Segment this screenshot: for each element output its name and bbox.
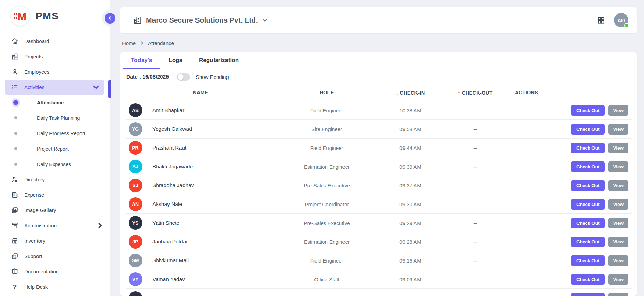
avatar-initials: YS xyxy=(132,220,139,226)
name-cell: SM Shivkumar Mali xyxy=(126,254,276,267)
header-name[interactable]: NAME xyxy=(126,90,276,95)
view-button[interactable]: View xyxy=(608,105,628,116)
show-pending-toggle[interactable] xyxy=(177,73,190,81)
view-button[interactable]: View xyxy=(608,255,628,266)
sidebar-item-documentation[interactable]: Documentation xyxy=(0,264,110,279)
check-out-button[interactable]: Check Out xyxy=(571,105,605,116)
tab-regularization[interactable]: Regularization xyxy=(191,52,247,69)
check-out-time: -- xyxy=(443,239,508,245)
sidebar-subitem-daily-expenses[interactable]: Daily Expenses xyxy=(0,156,110,172)
check-out-button[interactable]: Check Out xyxy=(571,143,605,153)
building-icon xyxy=(133,16,142,25)
employee-role: Estimation Engineer xyxy=(276,239,378,245)
table-row: AB Amit Bhapkar Field Engineer 10:38 AM … xyxy=(126,101,632,119)
check-out-button[interactable]: Check Out xyxy=(571,237,605,247)
view-button[interactable]: View xyxy=(608,161,628,172)
employee-name: Shraddha Jadhav xyxy=(152,182,194,188)
attendance-card: Today's Logs Regularization Date : 16/08… xyxy=(120,52,637,296)
breadcrumb-current: Attendance xyxy=(148,40,174,46)
sidebar-subitem-label: Daily Expenses xyxy=(37,161,71,167)
check-out-time: -- xyxy=(443,164,508,170)
employee-role: Site Engineer xyxy=(276,126,378,132)
main-area: Marco Secure Solutions Pvt. Ltd. AD Home… xyxy=(110,0,644,296)
chevron-right-icon xyxy=(140,41,144,45)
sidebar-item-support[interactable]: Support xyxy=(0,249,110,264)
employee-name: Akshay Nale xyxy=(152,201,182,207)
show-pending-label: Show Pending xyxy=(196,74,229,80)
sidebar-item-image-gallery[interactable]: Image Gallary xyxy=(0,202,110,218)
avatar-initials: AB xyxy=(132,108,139,113)
name-cell xyxy=(126,291,276,296)
sidebar-subitem-attendance[interactable]: Attendance xyxy=(0,95,110,110)
copy-icon xyxy=(11,253,18,260)
sidebar-collapse-button[interactable] xyxy=(105,13,115,24)
view-button[interactable]: View xyxy=(608,237,628,247)
sidebar-item-employees[interactable]: Employees xyxy=(0,64,110,80)
table-header: NAME ROLE ↓CHECK-IN ↑CHECK-OUT ACTIONS xyxy=(126,84,632,101)
sidebar-subitem-daily-task-planning[interactable]: Daily Task Planning xyxy=(0,110,110,126)
check-out-button[interactable]: Check Out xyxy=(571,161,605,172)
check-out-time: -- xyxy=(443,108,508,113)
sidebar-item-directory[interactable]: Directory xyxy=(0,172,110,187)
company-selector[interactable]: Marco Secure Solutions Pvt. Ltd. xyxy=(133,16,267,25)
check-out-button[interactable]: Check Out xyxy=(571,124,605,135)
sidebar-item-projects[interactable]: Projects xyxy=(0,49,110,64)
breadcrumb-home[interactable]: Home xyxy=(122,40,136,46)
sidebar-item-help-desk[interactable]: ? Help Desk xyxy=(0,279,110,295)
sidebar-item-administration[interactable]: Administration xyxy=(0,218,110,233)
view-button[interactable]: View xyxy=(608,124,628,135)
sidebar-item-expense[interactable]: Expense xyxy=(0,187,110,202)
check-out-button[interactable]: Check Out xyxy=(571,180,605,191)
user-avatar[interactable]: AD xyxy=(614,13,628,27)
employee-name: Yatin Shete xyxy=(152,220,179,226)
header-check-out[interactable]: ↑CHECK-OUT xyxy=(443,90,508,96)
sidebar-subitem-project-report[interactable]: Project Report xyxy=(0,141,110,156)
chevron-down-icon xyxy=(262,18,267,23)
view-button[interactable]: View xyxy=(608,274,628,285)
list-icon xyxy=(11,84,18,91)
actions-cell: Check Out View xyxy=(508,199,632,210)
view-button[interactable]: View xyxy=(608,143,628,153)
sidebar-item-activities[interactable]: Activities xyxy=(5,80,104,95)
app-name: PMS xyxy=(35,10,59,22)
check-out-button[interactable]: Check Out xyxy=(571,274,605,285)
table-row: BJ Bhakti Jogawade Estimation Engineer 0… xyxy=(126,157,632,176)
actions-cell: Check Out View xyxy=(508,161,632,172)
actions-cell: Check Out View xyxy=(508,143,632,153)
check-out-button[interactable]: Check Out xyxy=(571,218,605,228)
sidebar-subitem-daily-progress-report[interactable]: Daily Progress Report xyxy=(0,126,110,141)
svg-text:M: M xyxy=(18,11,26,22)
table-row: AN Akshay Nale Project Coordinator 09:30… xyxy=(126,195,632,213)
header-check-in[interactable]: ↓CHECK-IN xyxy=(378,90,443,96)
view-button[interactable]: View xyxy=(608,199,628,210)
image-icon xyxy=(11,207,18,214)
check-out-button[interactable]: Check Out xyxy=(571,293,605,296)
apps-grid-icon[interactable] xyxy=(597,16,605,24)
view-button[interactable]: View xyxy=(608,180,628,191)
check-out-button[interactable]: Check Out xyxy=(571,255,605,266)
view-button[interactable]: View xyxy=(608,218,628,228)
breadcrumb: Home Attendance xyxy=(122,40,637,46)
sidebar-subitem-label: Daily Task Planning xyxy=(37,115,80,121)
avatar: PR xyxy=(129,141,142,155)
sidebar-collapse-wrap xyxy=(102,10,118,26)
employee-role: Field Engineer xyxy=(276,145,378,151)
sidebar-item-label: Projects xyxy=(24,54,43,59)
check-in-time: 09:30 AM xyxy=(378,201,443,207)
header-role[interactable]: ROLE xyxy=(276,90,378,95)
check-in-time: 09:58 AM xyxy=(378,126,443,132)
avatar: SM xyxy=(129,254,142,267)
sort-down-icon: ↓ xyxy=(396,90,398,96)
sidebar-item-inventory[interactable]: Inventory xyxy=(0,233,110,249)
employee-role: Project Coordinator xyxy=(276,201,378,207)
tab-logs[interactable]: Logs xyxy=(160,52,191,69)
actions-cell: Check Out View xyxy=(508,255,632,266)
sidebar-item-label: Support xyxy=(24,253,42,259)
view-button[interactable]: View xyxy=(608,293,628,296)
check-out-button[interactable]: Check Out xyxy=(571,199,605,210)
name-cell: VY Vaman Yadav xyxy=(126,272,276,286)
tab-todays[interactable]: Today's xyxy=(123,52,160,69)
online-status-dot xyxy=(624,23,629,28)
sidebar-item-dashboard[interactable]: Dashboard xyxy=(0,33,110,49)
company-logo: M xyxy=(10,6,30,26)
